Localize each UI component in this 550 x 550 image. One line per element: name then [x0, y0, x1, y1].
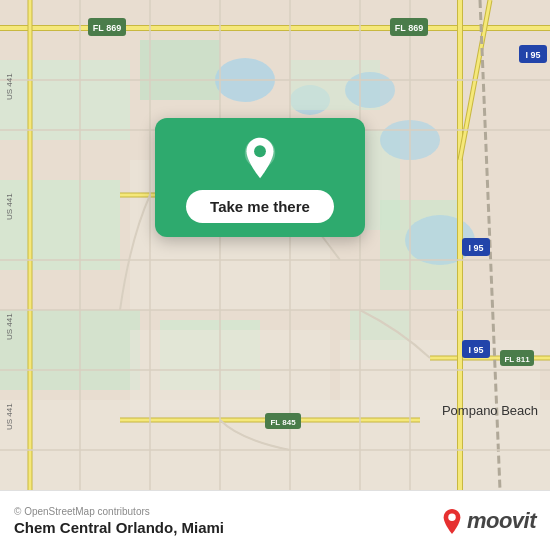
svg-text:US 441: US 441 [5, 193, 14, 220]
svg-text:I 95: I 95 [468, 243, 483, 253]
svg-rect-3 [0, 310, 140, 390]
location-pin-icon [238, 136, 282, 180]
map-container: FL 869 FL 869 I 95 I 95 I 95 FL 83 FL 84… [0, 0, 550, 490]
svg-text:US 441: US 441 [5, 73, 14, 100]
take-me-there-button[interactable]: Take me there [186, 190, 334, 223]
svg-rect-1 [0, 60, 130, 140]
svg-text:I 95: I 95 [468, 345, 483, 355]
popup-card: Take me there [155, 118, 365, 237]
svg-text:FL 845: FL 845 [270, 418, 296, 427]
moovit-pin-icon [441, 508, 463, 534]
svg-text:FL 869: FL 869 [93, 23, 121, 33]
svg-text:FL 811: FL 811 [504, 355, 530, 364]
location-title: Chem Central Orlando, Miami [14, 519, 224, 536]
svg-text:FL 869: FL 869 [395, 23, 423, 33]
copyright-text: © OpenStreetMap contributors [14, 506, 224, 517]
svg-point-10 [345, 72, 395, 108]
map-svg: FL 869 FL 869 I 95 I 95 I 95 FL 83 FL 84… [0, 0, 550, 490]
svg-text:US 441: US 441 [5, 403, 14, 430]
svg-rect-2 [0, 180, 120, 270]
bottom-bar: © OpenStreetMap contributors Chem Centra… [0, 490, 550, 550]
svg-rect-4 [140, 40, 220, 100]
svg-text:Pompano Beach: Pompano Beach [442, 403, 538, 418]
svg-point-69 [448, 513, 455, 520]
svg-text:I 95: I 95 [525, 50, 540, 60]
moovit-logo-text: moovit [467, 508, 536, 534]
svg-point-68 [254, 145, 266, 157]
svg-text:US 441: US 441 [5, 313, 14, 340]
bottom-left-info: © OpenStreetMap contributors Chem Centra… [14, 506, 224, 536]
moovit-logo: moovit [441, 508, 536, 534]
